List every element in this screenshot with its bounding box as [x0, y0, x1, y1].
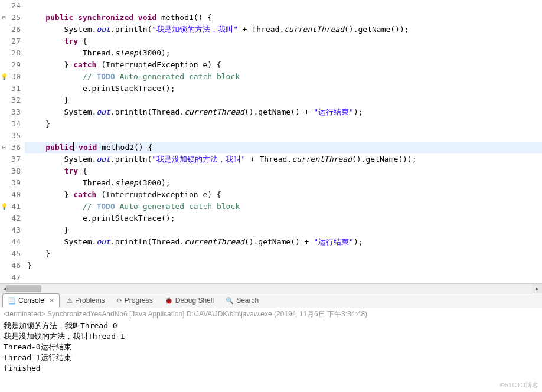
tab-console[interactable]: 📃Console✕: [2, 293, 60, 308]
code-line[interactable]: ⊟25 public synchronized void method1() {: [0, 12, 542, 24]
code-content[interactable]: // TODO Auto-generated catch block: [25, 201, 240, 213]
code-line[interactable]: 47: [0, 272, 542, 283]
code-content[interactable]: } catch (InterruptedException e) {: [25, 189, 221, 201]
fold-icon[interactable]: ⊟: [0, 12, 8, 24]
token-text: [74, 143, 79, 152]
gutter[interactable]: 32: [0, 94, 25, 106]
gutter[interactable]: 34: [0, 118, 25, 130]
code-line[interactable]: 38 try {: [0, 165, 542, 177]
gutter[interactable]: 46: [0, 260, 25, 272]
gutter[interactable]: 31: [0, 83, 25, 94]
code-content[interactable]: // TODO Auto-generated catch block: [25, 71, 240, 83]
code-line[interactable]: 43 }: [0, 224, 542, 236]
gutter[interactable]: ⊟36: [0, 142, 25, 153]
code-content[interactable]: System.out.println(Thread.currentThread(…: [25, 236, 363, 248]
gutter[interactable]: 33: [0, 106, 25, 118]
quickfix-icon[interactable]: 💡: [0, 201, 8, 213]
code-content[interactable]: }: [25, 94, 68, 106]
marker-empty: [0, 47, 8, 59]
gutter[interactable]: 37: [0, 153, 25, 165]
code-line[interactable]: 40 } catch (InterruptedException e) {: [0, 189, 542, 201]
code-content[interactable]: e.printStackTrace();: [25, 213, 175, 224]
code-content[interactable]: }: [25, 260, 32, 272]
code-line[interactable]: 39 Thread.sleep(3000);: [0, 177, 542, 189]
code-content[interactable]: public void method2() {: [25, 142, 152, 153]
gutter[interactable]: 40: [0, 189, 25, 201]
code-content[interactable]: try {: [25, 165, 87, 177]
code-line[interactable]: 33 System.out.println(Thread.currentThre…: [0, 106, 542, 118]
code-line[interactable]: 27 try {: [0, 35, 542, 47]
gutter[interactable]: ⊟25: [0, 12, 25, 24]
code-editor[interactable]: 24 ⊟25 public synchronized void method1(…: [0, 0, 542, 283]
gutter[interactable]: 42: [0, 213, 25, 224]
code-line[interactable]: 46}: [0, 260, 542, 272]
code-content[interactable]: [25, 272, 27, 283]
code-line[interactable]: 26 System.out.println("我是加锁的方法，我叫" + Thr…: [0, 24, 542, 35]
token-task: TODO: [96, 72, 115, 81]
code-line[interactable]: 37 System.out.println("我是没加锁的方法，我叫" + Th…: [0, 153, 542, 165]
token-field: out: [96, 155, 110, 164]
gutter[interactable]: 28: [0, 47, 25, 59]
token-comment: Auto-generated catch block: [115, 202, 240, 211]
tab-debug-shell[interactable]: 🐞Debug Shell: [160, 293, 218, 308]
tab-search[interactable]: 🔍Search: [221, 293, 263, 308]
code-content[interactable]: [25, 130, 45, 142]
code-line[interactable]: 24: [0, 0, 542, 12]
gutter[interactable]: 39: [0, 177, 25, 189]
code-line[interactable]: 28 Thread.sleep(3000);: [0, 47, 542, 59]
code-content[interactable]: Thread.sleep(3000);: [25, 177, 171, 189]
token-text: {: [78, 166, 87, 175]
gutter[interactable]: 44: [0, 236, 25, 248]
marker-empty: [0, 236, 8, 248]
console-line: 我是没加锁的方法，我叫Thread-1: [4, 331, 538, 342]
tab-progress[interactable]: ⟳Progress: [112, 293, 158, 308]
horizontal-scrollbar[interactable]: ◀ ▶: [0, 283, 542, 293]
fold-icon[interactable]: ⊟: [0, 142, 8, 153]
code-line[interactable]: 32 }: [0, 94, 542, 106]
token-text: }: [27, 119, 50, 128]
code-line[interactable]: 34 }: [0, 118, 542, 130]
code-content[interactable]: public synchronized void method1() {: [25, 12, 212, 24]
quickfix-icon[interactable]: 💡: [0, 71, 8, 83]
tab-problems[interactable]: ⚠Problems: [62, 293, 110, 308]
gutter[interactable]: 43: [0, 224, 25, 236]
gutter[interactable]: 💡41: [0, 201, 25, 213]
code-content[interactable]: e.printStackTrace();: [25, 83, 175, 94]
code-line[interactable]: 45 }: [0, 248, 542, 260]
code-line[interactable]: 💡30 // TODO Auto-generated catch block: [0, 71, 542, 83]
code-content[interactable]: Thread.sleep(3000);: [25, 47, 171, 59]
gutter[interactable]: 45: [0, 248, 25, 260]
code-content[interactable]: } catch (InterruptedException e) {: [25, 59, 221, 71]
code-line[interactable]: 44 System.out.println(Thread.currentThre…: [0, 236, 542, 248]
console-line: Thread-0运行结束: [4, 342, 538, 352]
scroll-right-arrow[interactable]: ▶: [533, 284, 542, 293]
code-line[interactable]: 31 e.printStackTrace();: [0, 83, 542, 94]
gutter[interactable]: 26: [0, 24, 25, 35]
gutter[interactable]: 29: [0, 59, 25, 71]
code-line[interactable]: 💡41 // TODO Auto-generated catch block: [0, 201, 542, 213]
code-content[interactable]: [25, 0, 45, 12]
code-content[interactable]: System.out.println("我是加锁的方法，我叫" + Thread…: [25, 24, 409, 35]
code-line[interactable]: ⊟36 public void method2() {: [0, 142, 542, 153]
scrollbar-thumb[interactable]: [6, 285, 41, 292]
code-line[interactable]: 42 e.printStackTrace();: [0, 213, 542, 224]
gutter[interactable]: 27: [0, 35, 25, 47]
close-icon[interactable]: ✕: [49, 297, 54, 305]
code-line[interactable]: 29 } catch (InterruptedException e) {: [0, 59, 542, 71]
line-number: 43: [8, 224, 24, 236]
code-content[interactable]: try {: [25, 35, 87, 47]
code-content[interactable]: }: [25, 118, 50, 130]
code-content[interactable]: System.out.println(Thread.currentThread(…: [25, 106, 363, 118]
code-line[interactable]: 35: [0, 130, 542, 142]
gutter[interactable]: 38: [0, 165, 25, 177]
gutter[interactable]: 💡30: [0, 71, 25, 83]
token-field: out: [96, 25, 110, 34]
gutter[interactable]: 47: [0, 272, 25, 283]
code-content[interactable]: }: [25, 224, 68, 236]
token-text: System.: [27, 25, 96, 34]
code-content[interactable]: System.out.println("我是没加锁的方法，我叫" + Threa…: [25, 153, 417, 165]
code-content[interactable]: }: [25, 248, 50, 260]
gutter[interactable]: 35: [0, 130, 25, 142]
gutter[interactable]: 24: [0, 0, 25, 12]
console-view[interactable]: <terminated> SynchronizedYesAndNo6 [Java…: [0, 308, 542, 375]
